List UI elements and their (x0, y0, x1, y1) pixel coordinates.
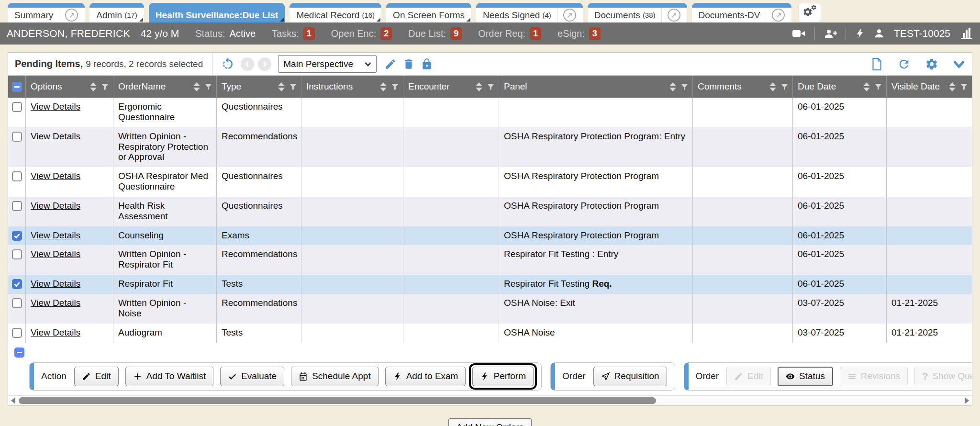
chevron-right-icon[interactable] (258, 57, 271, 71)
tab-admin[interactable]: Admin(17) (89, 3, 144, 22)
scroll-left-arrow-icon[interactable] (11, 397, 15, 404)
column-header-panel[interactable]: Panel (499, 76, 693, 98)
row-checkbox[interactable] (12, 201, 22, 211)
row-checkbox[interactable] (12, 298, 22, 308)
column-header-options[interactable]: Options (26, 76, 113, 98)
filter-funnel-icon[interactable] (874, 83, 882, 91)
chevron-left-icon[interactable] (241, 57, 254, 71)
perspective-select[interactable]: Main Perspective (278, 55, 377, 73)
view-details-link[interactable]: View Details (31, 101, 80, 112)
perform-button[interactable]: Perform (472, 367, 534, 386)
row-checkbox[interactable] (12, 171, 22, 181)
scroll-right-arrow-icon[interactable] (965, 397, 969, 404)
filter-funnel-icon[interactable] (960, 83, 968, 91)
table-row[interactable]: View DetailsWritten Opinion - Respirator… (8, 245, 972, 275)
view-details-link[interactable]: View Details (31, 279, 80, 289)
sort-icon[interactable] (863, 82, 870, 91)
person-add-icon[interactable] (824, 28, 837, 39)
sort-icon[interactable] (669, 82, 676, 91)
row-checkbox[interactable] (12, 328, 22, 338)
column-header-instructions[interactable]: Instructions (301, 76, 403, 98)
tab-health-surveillance-due-list[interactable]: Health Surveillance:Due List (149, 3, 285, 22)
sort-icon[interactable] (949, 82, 956, 91)
view-details-link[interactable]: View Details (31, 171, 80, 181)
column-header-type[interactable]: Type (217, 76, 301, 98)
filter-funnel-icon[interactable] (101, 83, 109, 91)
sort-icon[interactable] (769, 82, 776, 91)
person-icon[interactable] (874, 28, 884, 39)
filter-funnel-icon[interactable] (680, 83, 689, 91)
revisions-button[interactable]: Revisions (840, 367, 908, 386)
filter-funnel-icon[interactable] (487, 83, 495, 91)
row-checkbox[interactable] (12, 102, 22, 112)
table-row[interactable]: View DetailsRespirator FitTestsRespirato… (8, 275, 972, 294)
column-header-comments[interactable]: Comments (693, 76, 793, 98)
new-document-icon[interactable] (870, 57, 883, 71)
sort-icon[interactable] (278, 82, 285, 91)
status-button[interactable]: Status (778, 367, 833, 386)
view-details-link[interactable]: View Details (31, 298, 80, 308)
tab-needs-signed[interactable]: Needs Signed(4)↗ (476, 3, 583, 22)
lock-icon[interactable] (421, 58, 433, 70)
stat-badge[interactable]: 3 (589, 27, 601, 40)
filter-funnel-icon[interactable] (204, 83, 212, 91)
select-all-checkbox[interactable] (14, 348, 24, 358)
undo-icon[interactable] (221, 57, 235, 71)
sort-icon[interactable] (90, 82, 97, 91)
table-row[interactable]: View DetailsAudiogramTestsOSHA Noise03-0… (8, 324, 972, 343)
evaluate-button[interactable]: Evaluate (220, 367, 284, 386)
column-header-encounter[interactable]: Encounter (403, 76, 499, 98)
popout-icon[interactable]: ↗ (772, 9, 785, 22)
tab-summary[interactable]: Summary↗ (8, 3, 85, 22)
add-to-waitlist-button[interactable]: Add To Waitlist (125, 367, 214, 386)
view-details-link[interactable]: View Details (31, 249, 80, 259)
stat-badge[interactable]: 1 (530, 27, 541, 40)
lightning-icon[interactable] (855, 28, 865, 39)
scrollbar-thumb[interactable] (19, 397, 656, 404)
video-camera-icon[interactable] (791, 28, 806, 39)
gear-icon[interactable] (925, 57, 938, 71)
table-row[interactable]: View DetailsWritten Opinion - Respirator… (8, 127, 972, 168)
schedule-appt-button[interactable]: Schedule Appt (291, 367, 379, 386)
stat-badge[interactable]: 2 (380, 27, 392, 40)
sort-icon[interactable] (380, 82, 387, 91)
bar-chart-icon[interactable] (960, 27, 973, 40)
view-details-link[interactable]: View Details (31, 131, 80, 141)
add-to-exam-button[interactable]: Add to Exam (385, 367, 466, 386)
table-row[interactable]: View DetailsHealth Risk AssessmentQuesti… (8, 197, 972, 226)
row-checkbox[interactable] (12, 132, 22, 142)
column-header-visible-date[interactable]: Visible Date (887, 76, 972, 98)
view-details-link[interactable]: View Details (31, 230, 80, 240)
table-row[interactable]: View DetailsOSHA Respirator Med Question… (8, 167, 972, 197)
table-row[interactable]: View DetailsErgonomic QuestionnaireQuest… (8, 98, 972, 127)
trash-icon[interactable] (402, 58, 415, 70)
view-details-link[interactable]: View Details (31, 201, 80, 211)
tab-documents-dv[interactable]: Documents-DV↗ (692, 3, 792, 22)
select-all-checkbox[interactable] (12, 82, 22, 92)
filter-funnel-icon[interactable] (289, 83, 297, 91)
stat-badge[interactable]: 1 (303, 27, 315, 40)
table-row[interactable]: View DetailsCounselingExamsOSHA Respirat… (8, 226, 972, 246)
edit-button[interactable]: Edit (726, 367, 771, 386)
column-header-due-date[interactable]: Due Date (793, 76, 887, 98)
column-header-ordername[interactable]: OrderName (113, 76, 217, 98)
table-row[interactable]: View DetailsWritten Opinion - NoiseRecom… (8, 294, 972, 324)
filter-funnel-icon[interactable] (391, 83, 399, 91)
popout-icon[interactable]: ↗ (668, 9, 680, 22)
filter-funnel-icon[interactable] (780, 83, 789, 91)
tab-settings-button[interactable] (798, 3, 821, 22)
add-new-orders-button[interactable]: Add New Orders (448, 418, 532, 426)
popout-icon[interactable]: ↗ (65, 9, 78, 22)
chevron-down-icon[interactable] (953, 58, 965, 70)
pencil-icon[interactable] (384, 58, 397, 70)
tab-documents[interactable]: Documents(38)↗ (588, 3, 687, 22)
tab-on-screen-forms[interactable]: On Screen Forms (386, 3, 471, 22)
row-checkbox[interactable] (12, 231, 22, 241)
refresh-icon[interactable] (897, 57, 911, 71)
requisition-button[interactable]: Requisition (593, 367, 667, 386)
stat-badge[interactable]: 9 (450, 27, 462, 40)
tab-medical-record[interactable]: Medical Record(16) (290, 3, 381, 22)
sort-icon[interactable] (476, 82, 482, 91)
show-question-button[interactable]: ?Show Question (914, 367, 972, 386)
view-details-link[interactable]: View Details (31, 327, 80, 337)
